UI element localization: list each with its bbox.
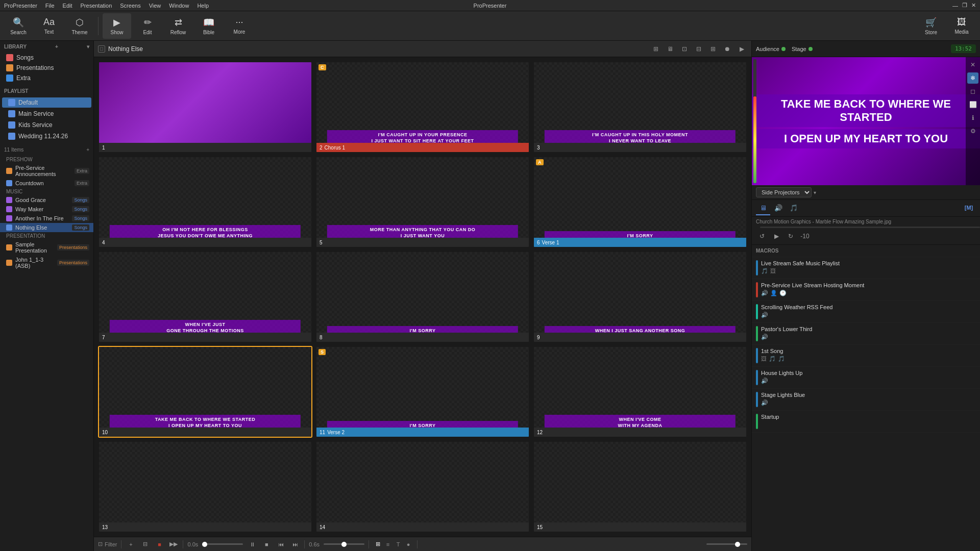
slide-12[interactable]: WHEN I'VE COME WITH MY AGENDA 12 — [533, 346, 747, 438]
slide-10[interactable]: TAKE ME BACK TO WHERE WE STARTED I OPEN … — [98, 346, 312, 438]
menu-view[interactable]: View — [149, 3, 161, 9]
rtab-video[interactable]: 🖥 — [756, 201, 770, 215]
slide-4[interactable]: OH I'M NOT HERE FOR BLESSINGS JESUS YOU … — [98, 156, 312, 248]
list-view-button[interactable]: ≡ — [383, 540, 393, 549]
service-item-countdown[interactable]: Countdown Extra — [0, 179, 93, 188]
library-item-presentations[interactable]: Presentations — [0, 63, 93, 73]
pres-btn-play[interactable]: ▶ — [736, 43, 747, 55]
show-button[interactable]: ▶ Show — [103, 13, 131, 39]
slide-1[interactable]: 1 — [98, 61, 312, 153]
macro-startup[interactable]: Startup — [752, 411, 980, 433]
more-button[interactable]: ··· More — [225, 13, 254, 39]
zoom-slider[interactable] — [706, 543, 747, 545]
slide-5[interactable]: MORE THAN ANYTHING THAT YOU CAN DO I JUS… — [315, 156, 530, 248]
library-item-songs[interactable]: Songs — [0, 53, 93, 63]
slide-11[interactable]: I'M SORRY S 11 Verse 2 — [315, 346, 530, 438]
slide-15[interactable]: 15 — [533, 441, 747, 533]
edit-button[interactable]: ✏ Edit — [133, 13, 162, 39]
library-add-icon[interactable]: + — [55, 44, 58, 49]
stop-button[interactable]: ■ — [261, 539, 272, 549]
pres-btn-4[interactable]: ⊟ — [693, 43, 704, 55]
slide-7[interactable]: WHEN I'VE JUST GONE THROUGH THE MOTIONS … — [98, 251, 312, 343]
pres-btn-3[interactable]: ⊡ — [679, 43, 690, 55]
restore-button[interactable]: ❐ — [962, 2, 967, 9]
media-play-btn[interactable]: ▶ — [770, 230, 782, 242]
preview-freeze-btn[interactable]: ❄ — [967, 72, 978, 84]
macro-weather[interactable]: Scrolling Weather RSS Feed 🔊 — [752, 301, 980, 323]
service-item-good-grace[interactable]: Good Grace Songs — [0, 195, 93, 205]
media-button[interactable]: 🖼 Media — [947, 13, 976, 39]
playlist-item-default[interactable]: Default — [2, 97, 91, 108]
macro-pastor[interactable]: Pastor's Lower Third 🔊 — [752, 323, 980, 345]
library-item-extra[interactable]: Extra — [0, 73, 93, 83]
service-item-sample-pres[interactable]: Sample Presentation Presentations — [0, 240, 93, 255]
theme-button[interactable]: ⬡ Theme — [65, 13, 94, 39]
circle-view-button[interactable]: ● — [404, 540, 413, 549]
filter-button[interactable]: ⊡ Filter — [98, 541, 117, 547]
timeline-slider[interactable] — [202, 543, 243, 545]
macro-stage-lights[interactable]: Stage Lights Blue 🔊 — [752, 389, 980, 411]
playlist-item-main-service[interactable]: Main Service — [2, 109, 91, 119]
pres-btn-5[interactable]: ⊞ — [707, 43, 719, 55]
service-item-another-fire[interactable]: Another In The Fire Songs — [0, 214, 93, 223]
service-item-nothing-else[interactable]: Nothing Else Songs — [0, 223, 93, 232]
close-button[interactable]: ✕ — [971, 2, 976, 9]
slide-9[interactable]: WHEN I JUST SANG ANOTHER SONG 9 — [533, 251, 747, 343]
search-button[interactable]: 🔍 Search — [4, 13, 33, 39]
preview-info-btn[interactable]: ℹ — [967, 112, 978, 123]
slide-2[interactable]: I'M CAUGHT UP IN YOUR PRESENCE I JUST WA… — [315, 61, 530, 153]
text-view-button[interactable]: T — [394, 540, 403, 549]
grid-view-button[interactable]: ⊞ — [373, 540, 382, 549]
service-item-way-maker[interactable]: Way Maker Songs — [0, 205, 93, 214]
minimize-button[interactable]: — — [952, 3, 958, 9]
menu-file[interactable]: File — [45, 3, 55, 9]
play-slide-button[interactable]: ▶▶ — [168, 539, 179, 549]
items-add-icon[interactable]: + — [86, 147, 89, 153]
preview-close-btn[interactable]: ✕ — [967, 59, 978, 70]
playlist-item-wedding[interactable]: Wedding 11.24.26 — [2, 131, 91, 141]
menu-screens[interactable]: Screens — [120, 3, 140, 9]
pres-btn-record[interactable]: ⏺ — [722, 43, 733, 55]
store-button[interactable]: 🛒 Store — [917, 13, 945, 39]
transition-slider[interactable] — [324, 543, 364, 545]
rtab-m[interactable]: [M] — [962, 201, 976, 215]
macro-house-lights[interactable]: House Lights Up 🔊 — [752, 367, 980, 389]
menu-help[interactable]: Help — [197, 3, 209, 9]
skip-fwd-button[interactable]: ⏭ — [290, 539, 300, 549]
preview-settings-btn[interactable]: ⚙ — [967, 126, 978, 137]
slide-3[interactable]: I'M CAUGHT UP IN THIS HOLY MOMENT I NEVE… — [533, 61, 747, 153]
slide-8[interactable]: I'M SORRY 8 — [315, 251, 530, 343]
slide-14[interactable]: 14 — [315, 441, 530, 533]
preview-logo-btn[interactable]: ◻ — [967, 86, 978, 97]
delete-slide-button[interactable]: ⊟ — [140, 539, 150, 549]
library-collapse-icon[interactable]: ▾ — [87, 44, 89, 49]
rtab-music[interactable]: 🎵 — [787, 201, 801, 215]
macro-preservice[interactable]: Pre-Service Live Stream Hosting Moment 🔊… — [752, 279, 980, 301]
macro-live-stream[interactable]: Live Stream Safe Music Playlist 🎵 🖼 — [752, 257, 980, 279]
bible-button[interactable]: 📖 Bible — [194, 13, 223, 39]
service-item-john[interactable]: John 1_1-3 (ASB) Presentations — [0, 255, 93, 270]
skip-back-button[interactable]: ⏮ — [276, 539, 286, 549]
menu-presentation[interactable]: Presentation — [81, 3, 112, 9]
menu-edit[interactable]: Edit — [63, 3, 72, 9]
add-slide-button[interactable]: + — [126, 539, 136, 549]
media-rewind-btn[interactable]: ↺ — [756, 230, 768, 242]
slide-13[interactable]: 13 — [98, 441, 312, 533]
projectors-select[interactable]: Side Projectors — [756, 187, 812, 197]
reflow-button[interactable]: ⇄ Reflow — [164, 13, 192, 39]
media-fforward-btn[interactable]: ↻ — [785, 230, 797, 242]
menu-window[interactable]: Window — [169, 3, 189, 9]
color-slide-button[interactable]: ■ — [154, 539, 164, 549]
service-item-preservice[interactable]: Pre-Service Announcements Extra — [0, 163, 93, 179]
text-button[interactable]: Aa Text — [35, 13, 63, 39]
macro-1st-song[interactable]: 1st Song 🖼 🎵 🎵 — [752, 345, 980, 367]
pres-btn-1[interactable]: ⊞ — [650, 43, 662, 55]
rtab-audio[interactable]: 🔊 — [771, 201, 786, 215]
slide-6[interactable]: I'M SORRY A 6 Verse 1 — [533, 156, 747, 248]
menu-propresenter[interactable]: ProPresenter — [4, 3, 37, 9]
pause-button[interactable]: ⏸ — [247, 539, 257, 549]
playlist-item-kids-service[interactable]: Kids Service — [2, 120, 91, 130]
pres-btn-2[interactable]: 🖥 — [665, 43, 676, 55]
media-skip-btn[interactable]: -10 — [799, 230, 811, 242]
preview-blank-btn[interactable]: ⬜ — [967, 99, 978, 110]
